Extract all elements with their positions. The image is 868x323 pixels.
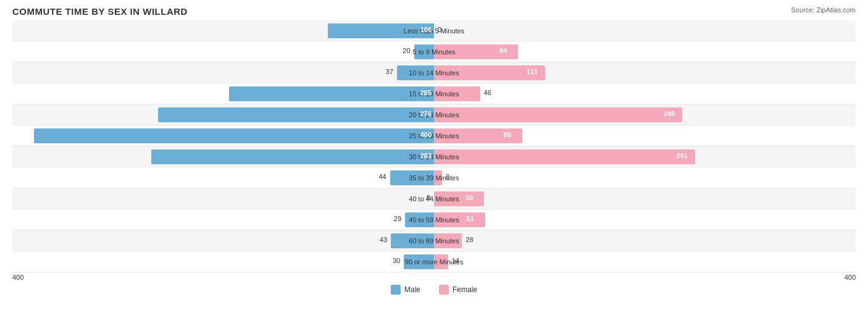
male-bar: [34, 128, 434, 143]
male-bar: [391, 233, 434, 248]
male-value: 37: [386, 68, 393, 75]
male-color-box: [391, 285, 401, 295]
female-label: Female: [453, 285, 477, 294]
male-bar: [151, 149, 434, 164]
table-row: Less than 5 Minutes1060: [12, 20, 856, 41]
male-value: 20: [403, 47, 410, 54]
male-value: 43: [380, 236, 387, 243]
female-value: 28: [465, 236, 473, 243]
male-value: 283: [420, 152, 432, 159]
female-color-box: [439, 285, 449, 295]
female-value: 261: [677, 152, 688, 159]
table-row: 45 to 59 Minutes2951: [12, 209, 856, 230]
male-bar: [414, 44, 434, 59]
table-row: 35 to 39 Minutes448: [12, 167, 856, 188]
female-bar: [434, 107, 682, 122]
female-bar: [434, 149, 695, 164]
legend-male: Male: [391, 285, 420, 295]
male-value: 30: [393, 257, 400, 264]
male-bar: [397, 65, 434, 80]
table-row: 25 to 29 Minutes40088: [12, 125, 856, 146]
axis-left: 400: [12, 274, 23, 281]
female-value: 248: [664, 110, 675, 117]
male-bar: [328, 23, 434, 38]
male-value: 29: [394, 215, 401, 222]
male-value: 205: [420, 89, 432, 96]
table-row: 30 to 34 Minutes283261: [12, 146, 856, 167]
bars-area: Less than 5 Minutes10605 to 9 Minutes208…: [12, 20, 856, 272]
legend-female: Female: [439, 285, 477, 295]
axis-right: 400: [845, 274, 856, 281]
source-text: Source: ZipAtlas.com: [791, 6, 856, 14]
male-value: 106: [420, 26, 432, 33]
female-bar: [434, 254, 448, 269]
male-value: 400: [420, 131, 432, 138]
axis-labels: 400 400: [12, 274, 856, 281]
legend: Male Female: [12, 285, 856, 295]
table-row: 90 or more Minutes3014: [12, 251, 856, 272]
female-value: 111: [527, 68, 538, 75]
male-bar: [390, 170, 434, 185]
female-bar: [434, 86, 480, 101]
male-value: 44: [378, 173, 386, 180]
female-bar: [434, 191, 484, 206]
table-row: 15 to 19 Minutes20546: [12, 83, 856, 104]
table-row: 5 to 9 Minutes2084: [12, 41, 856, 62]
male-bar: [229, 86, 434, 101]
female-value: 0: [438, 26, 441, 33]
female-value: 8: [446, 173, 449, 180]
female-value: 14: [452, 257, 459, 264]
female-bar: [434, 212, 485, 227]
table-row: 40 to 44 Minutes050: [12, 188, 856, 209]
male-bar: [405, 212, 434, 227]
male-label: Male: [404, 285, 420, 294]
female-value: 88: [504, 131, 511, 138]
female-bar: [434, 233, 462, 248]
female-value: 51: [467, 215, 474, 222]
male-bar: [404, 254, 434, 269]
female-value: 84: [499, 47, 507, 54]
female-bar: [434, 170, 442, 185]
male-value: 276: [420, 110, 432, 117]
table-row: 10 to 14 Minutes37111: [12, 62, 856, 83]
chart-title: COMMUTE TIME BY SEX IN WILLARD: [12, 6, 856, 17]
chart-container: COMMUTE TIME BY SEX IN WILLARD Source: Z…: [0, 0, 868, 323]
male-bar: [158, 107, 434, 122]
female-value: 50: [465, 194, 473, 201]
male-value: 0: [427, 194, 430, 201]
table-row: 60 to 89 Minutes4328: [12, 230, 856, 251]
female-value: 46: [484, 89, 491, 96]
table-row: 20 to 24 Minutes276248: [12, 104, 856, 125]
